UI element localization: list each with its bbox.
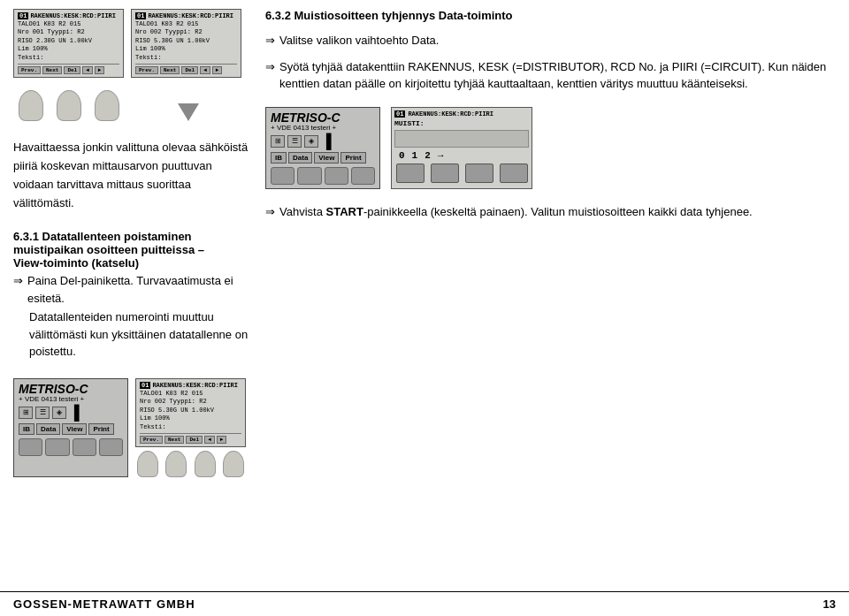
device3-row2: Nro 002 Tyyppi: R2: [140, 398, 241, 406]
arrow-icon-632-2: ⇒: [265, 58, 275, 93]
metriso2-btn-2[interactable]: [297, 167, 321, 185]
metriso1-btn-2[interactable]: [45, 438, 69, 456]
finger-2: [57, 90, 81, 121]
metriso2-menu-view[interactable]: View: [314, 152, 339, 164]
device2-del-btn[interactable]: Del: [181, 66, 198, 74]
fingers-row-3: [135, 451, 246, 477]
metriso1-title: METRISO-C: [19, 383, 123, 395]
device3-header-text: RAKENNUS:KESK:RCD:PIIRI: [152, 382, 238, 389]
metriso2-menu-print[interactable]: Print: [340, 152, 365, 164]
section-632-title: 6.3.2 Muistiosoitteen tyhjennys Data-toi…: [265, 9, 836, 22]
device3-row4: Lim 100%: [140, 414, 241, 422]
device3-num: 01: [140, 382, 150, 389]
device2-row4: Lim 100%: [135, 45, 237, 53]
confirm-section: ⇒ Vahvista START-painikkeella (keskeltä …: [265, 203, 836, 223]
section-631-item2: Datatallenteiden numerointi muuttuu väli…: [29, 308, 252, 361]
finger-d3-1: [137, 451, 158, 477]
device2-prev-btn[interactable]: Prev.: [135, 66, 158, 74]
device2-buttons: Prev. Next Del ◄ ►: [135, 64, 237, 74]
device3-del-btn[interactable]: Del: [186, 436, 203, 444]
metriso1-icon-box1: ⊞: [19, 407, 33, 419]
finger-3: [95, 90, 119, 121]
device3-row5: Teksti:: [140, 423, 241, 431]
muisti-btn-2[interactable]: [431, 164, 459, 183]
metriso1-btn-4[interactable]: [99, 438, 123, 456]
metriso1-subtitle: + VDE 0413 testeri +: [19, 395, 123, 403]
muisti-arrow: →: [438, 150, 444, 161]
muisti-num-1: 1: [412, 150, 418, 161]
device2-right-arrow-btn[interactable]: ►: [212, 66, 223, 74]
device1-next-btn[interactable]: Next: [42, 66, 62, 74]
muisti-label: MUISTI:: [394, 119, 529, 127]
metriso2-icon-box2: ☰: [287, 135, 302, 148]
start-bold: START: [326, 205, 363, 218]
fingers-row-1: [13, 90, 124, 121]
metriso1-menu-data[interactable]: Data: [36, 423, 60, 435]
arrow-icon-632-1: ⇒: [265, 32, 275, 49]
left-column: 01 RAKENNUS:KESK:RCD:PIIRI TALO01 K03 R2…: [13, 9, 252, 582]
device3-row1: TALO01 K03 R2 015: [140, 390, 241, 398]
metriso2-btn-4[interactable]: [351, 167, 375, 185]
device1-right-arrow-btn[interactable]: ►: [95, 66, 105, 74]
device1-row1: TALO01 K03 R2 015: [18, 20, 119, 28]
device1-row5: Teksti:: [18, 54, 119, 62]
device1-row2: Nro 001 Tyyppi: R2: [18, 28, 119, 36]
device1-row3: RISO 2.30G UN 1.00kV: [18, 37, 119, 45]
device2-row3: RISO 5.30G UN 1.00kV: [135, 37, 237, 45]
metriso1-btn-3[interactable]: [73, 438, 96, 456]
section-631-item1-text: Paina Del-painiketta. Turvavaatimusta ei…: [27, 272, 252, 307]
metriso2-btn-1[interactable]: [271, 167, 294, 185]
device2-num: 01: [135, 12, 146, 19]
device1-header-text: RAKENNUS:KESK:RCD:PIIRI: [30, 12, 116, 19]
metriso1-menu-print[interactable]: Print: [88, 423, 113, 435]
device3-next-btn[interactable]: Next: [164, 436, 184, 444]
device1-del-btn[interactable]: Del: [64, 66, 80, 74]
device1-prev-btn[interactable]: Prev.: [18, 66, 41, 74]
device-screen-1: 01 RAKENNUS:KESK:RCD:PIIRI TALO01 K03 R2…: [13, 9, 124, 78]
metriso2-title: METRISO-C: [271, 111, 375, 124]
page-container: 01 RAKENNUS:KESK:RCD:PIIRI TALO01 K03 R2…: [0, 0, 849, 616]
muisti-btn-3[interactable]: [465, 164, 493, 183]
bottom-caption-text: Havaittaessa jonkin valittuna olevaa säh…: [13, 139, 252, 212]
device3-prev-btn[interactable]: Prev.: [140, 436, 163, 444]
device1-buttons: Prev. Next Del ◄ ►: [18, 64, 119, 74]
arrow-icon-confirm: ⇒: [265, 203, 275, 221]
device3-right-arrow-btn[interactable]: ►: [217, 436, 227, 444]
device1-left-arrow-btn[interactable]: ◄: [82, 66, 93, 74]
muisti-btn-4[interactable]: [500, 164, 528, 183]
metriso1-icons: ⊞ ☰ ◈ ▐: [19, 405, 123, 421]
muisti-btn-1[interactable]: [396, 164, 424, 183]
section-632-item2-text: Syötä tyhjää datakenttiin RAKENNUS, KESK…: [279, 58, 836, 93]
device2-row2: Nro 002 Tyyppi: R2: [135, 28, 237, 36]
metriso1-menu-ib[interactable]: IB: [19, 423, 34, 435]
muisti-header-text: RAKENNUS:KESK:RCD:PIIRI: [408, 110, 493, 118]
device3-buttons: Prev. Next Del ◄ ►: [140, 433, 241, 444]
finger-area-top: [13, 90, 252, 121]
device2-left-arrow-btn[interactable]: ◄: [200, 66, 210, 74]
metriso1-btn-1[interactable]: [19, 438, 42, 456]
metriso2-menu-data[interactable]: Data: [288, 152, 312, 164]
section-631-item1: ⇒ Paina Del-painiketta. Turvavaatimusta …: [13, 272, 252, 307]
metriso2-icons: ⊞ ☰ ◈ ▐: [271, 133, 375, 149]
metriso2-icon-box1: ⊞: [271, 135, 285, 148]
device2-header-text: RAKENNUS:KESK:RCD:PIIRI: [148, 12, 233, 19]
section-631-item2-text: Datatallenteiden numerointi muuttuu väli…: [29, 308, 252, 361]
section-632-title-area: 6.3.2 Muistiosoitteen tyhjennys Data-toi…: [265, 9, 836, 25]
metriso-device-1: METRISO-C + VDE 0413 testeri + ⊞ ☰ ◈ ▐ I…: [13, 378, 128, 477]
muisti-btns: [394, 164, 529, 183]
finger-1: [19, 90, 43, 121]
finger-d3-4: [223, 451, 244, 477]
metriso2-btn-3[interactable]: [325, 167, 348, 185]
device1-num: 01: [18, 12, 28, 19]
confirm-item: ⇒ Vahvista START-painikkeella (keskeltä …: [265, 203, 836, 221]
top-devices-row: 01 RAKENNUS:KESK:RCD:PIIRI TALO01 K03 R2…: [13, 9, 252, 78]
device2-next-btn[interactable]: Next: [160, 66, 180, 74]
device3-left-arrow-btn[interactable]: ◄: [204, 436, 215, 444]
right-devices-row: METRISO-C + VDE 0413 testeri + ⊞ ☰ ◈ ▐ I…: [265, 107, 836, 189]
metriso1-menu-view[interactable]: View: [62, 423, 87, 435]
muisti-num: 01: [394, 110, 405, 118]
bottom-devices-row: METRISO-C + VDE 0413 testeri + ⊞ ☰ ◈ ▐ I…: [13, 378, 252, 477]
metriso2-menu-ib[interactable]: IB: [271, 152, 287, 164]
device2-header: 01 RAKENNUS:KESK:RCD:PIIRI: [135, 12, 237, 19]
section-632-item1-text: Valitse valikon vaihtoehto Data.: [279, 32, 439, 49]
